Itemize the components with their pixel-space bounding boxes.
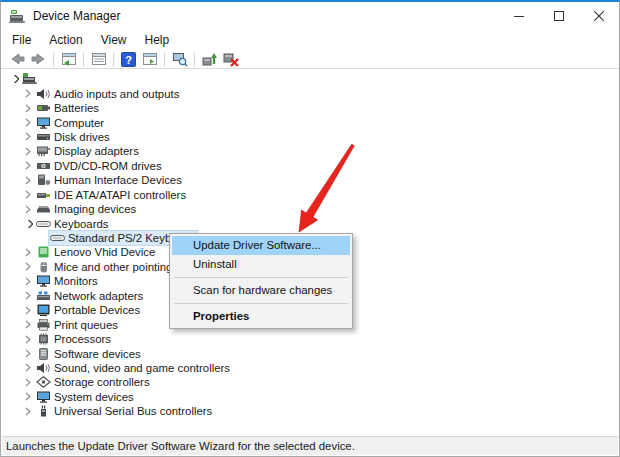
- chevron-collapsed-icon[interactable]: [21, 174, 35, 186]
- chevron-collapsed-icon[interactable]: [21, 160, 35, 172]
- chevron-collapsed-icon[interactable]: [21, 376, 35, 388]
- update-driver-icon[interactable]: [201, 51, 218, 67]
- display-adapter-icon: [36, 145, 51, 157]
- chevron-expanded-icon[interactable]: [7, 73, 21, 85]
- chevron-collapsed-icon[interactable]: [21, 304, 35, 316]
- scan-hardware-icon[interactable]: [171, 51, 188, 67]
- tree-item-label: Batteries: [54, 102, 99, 114]
- battery-icon: [36, 102, 51, 114]
- tree-item-label: Universal Serial Bus controllers: [54, 405, 212, 417]
- chevron-collapsed-icon[interactable]: [21, 405, 35, 417]
- processor-icon: [36, 333, 51, 345]
- monitor-icon: [36, 117, 51, 129]
- chevron-collapsed-icon[interactable]: [21, 290, 35, 302]
- tree-item-root[interactable]: [2, 72, 618, 86]
- tree-item-software-devices[interactable]: Software devices: [2, 346, 618, 360]
- chevron-collapsed-icon[interactable]: [21, 391, 35, 403]
- title-bar: Device Manager: [1, 2, 619, 30]
- chevron-collapsed-icon[interactable]: [21, 319, 35, 331]
- forward-icon[interactable]: [30, 51, 47, 67]
- toolbar-separator: [164, 52, 165, 67]
- help-icon[interactable]: ?: [120, 51, 137, 67]
- tree-item-universal-serial-bus-controllers[interactable]: Universal Serial Bus controllers: [2, 404, 618, 418]
- window-title: Device Manager: [33, 9, 120, 23]
- lenovo-device-icon: [36, 246, 51, 258]
- tree-item-ide-ata-atapi-controllers[interactable]: IDE ATA/ATAPI controllers: [2, 188, 618, 202]
- chevron-collapsed-icon[interactable]: [21, 102, 35, 114]
- device-manager-window: Device Manager File Action View Help: [0, 0, 620, 457]
- tree-item-storage-controllers[interactable]: Storage controllers: [2, 375, 618, 389]
- menu-separator: [174, 303, 348, 304]
- back-icon[interactable]: [9, 51, 26, 67]
- monitor-icon: [36, 275, 51, 287]
- svg-text:?: ?: [125, 53, 132, 65]
- chevron-collapsed-icon[interactable]: [21, 203, 35, 215]
- speaker-icon: [36, 88, 51, 100]
- tree-item-batteries[interactable]: Batteries: [2, 101, 618, 115]
- tree-item-label: Monitors: [54, 275, 98, 287]
- menu-item-scan-for-hardware-changes[interactable]: Scan for hardware changes: [172, 281, 350, 300]
- tree-item-display-adapters[interactable]: Display adapters: [2, 144, 618, 158]
- software-icon: [36, 348, 51, 360]
- storage-icon: [36, 376, 51, 388]
- menu-bar: File Action View Help: [1, 30, 619, 50]
- chevron-collapsed-icon[interactable]: [21, 261, 35, 273]
- tree-item-sound-video-and-game-controllers[interactable]: Sound, video and game controllers: [2, 361, 618, 375]
- properties-window-icon[interactable]: [90, 51, 107, 67]
- usb-icon: [36, 405, 51, 417]
- chevron-collapsed-icon[interactable]: [21, 348, 35, 360]
- menu-view[interactable]: View: [92, 31, 136, 49]
- tree-item-dvd-cd-rom-drives[interactable]: DVD/CD-ROM drives: [2, 159, 618, 173]
- keyboard-icon: [50, 232, 65, 244]
- chevron-collapsed-icon[interactable]: [21, 145, 35, 157]
- tree-item-imaging-devices[interactable]: Imaging devices: [2, 202, 618, 216]
- tree-item-label: Portable Devices: [54, 304, 140, 316]
- chevron-collapsed-icon[interactable]: [21, 246, 35, 258]
- tree-item-audio-inputs-and-outputs[interactable]: Audio inputs and outputs: [2, 86, 618, 100]
- chevron-expanded-icon[interactable]: [21, 218, 35, 230]
- context-menu: Update Driver Software...UninstallScan f…: [169, 233, 353, 329]
- menu-help[interactable]: Help: [136, 31, 179, 49]
- maximize-button[interactable]: [539, 2, 579, 30]
- toolbar-separator: [53, 52, 54, 67]
- mouse-icon: [36, 261, 51, 273]
- tree-item-human-interface-devices[interactable]: Human Interface Devices: [2, 173, 618, 187]
- tree-item-computer[interactable]: Computer: [2, 115, 618, 129]
- console-tree-icon[interactable]: [60, 51, 77, 67]
- menu-file[interactable]: File: [3, 31, 40, 49]
- tree-item-label: IDE ATA/ATAPI controllers: [54, 189, 186, 201]
- computer-root-icon: [22, 73, 37, 85]
- menu-item-update-driver-software[interactable]: Update Driver Software...: [172, 236, 350, 255]
- minimize-button[interactable]: [499, 2, 539, 30]
- menu-item-uninstall[interactable]: Uninstall: [172, 255, 350, 274]
- tree-item-disk-drives[interactable]: Disk drives: [2, 130, 618, 144]
- tree-item-label: Human Interface Devices: [54, 174, 182, 186]
- toolbar-separator: [83, 52, 84, 67]
- menu-action[interactable]: Action: [40, 31, 91, 49]
- keyboard-icon: [36, 218, 51, 230]
- chevron-collapsed-icon[interactable]: [21, 189, 35, 201]
- chevron-collapsed-icon[interactable]: [21, 333, 35, 345]
- toolbar-separator: [194, 52, 195, 67]
- menu-item-properties[interactable]: Properties: [172, 307, 350, 326]
- hid-icon: [36, 174, 51, 186]
- tree-item-system-devices[interactable]: System devices: [2, 390, 618, 404]
- toolbar: ?: [1, 50, 619, 69]
- close-button[interactable]: [579, 2, 619, 30]
- tree-item-label: Storage controllers: [54, 376, 150, 388]
- chevron-collapsed-icon[interactable]: [21, 117, 35, 129]
- printer-icon: [36, 319, 51, 331]
- chevron-collapsed-icon[interactable]: [21, 275, 35, 287]
- tree-item-keyboards[interactable]: Keyboards: [2, 216, 618, 230]
- chevron-collapsed-icon[interactable]: [21, 131, 35, 143]
- chevron-collapsed-icon[interactable]: [21, 362, 35, 374]
- tree-item-label: Audio inputs and outputs: [54, 88, 179, 100]
- action-pane-icon[interactable]: [141, 51, 158, 67]
- chevron-spacer: [35, 232, 49, 244]
- imaging-icon: [36, 203, 51, 215]
- dvd-icon: [36, 160, 51, 172]
- menu-separator: [174, 277, 348, 278]
- uninstall-device-icon[interactable]: [222, 51, 239, 67]
- chevron-collapsed-icon[interactable]: [21, 88, 35, 100]
- tree-item-processors[interactable]: Processors: [2, 332, 618, 346]
